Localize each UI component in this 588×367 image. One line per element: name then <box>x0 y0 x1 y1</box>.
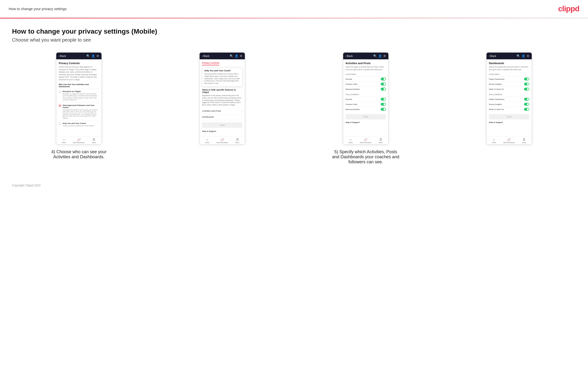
menu-icon-2: ☰ <box>236 138 239 141</box>
who-can-see-title: Who Can See Your Activities and Dashboar… <box>59 83 99 88</box>
privacy-controls-tab[interactable]: Privacy Controls <box>202 62 219 65</box>
person-icon-3[interactable]: 👤 <box>378 54 382 58</box>
privacy-controls-desc: Control how you and your data appears to… <box>59 66 99 81</box>
home-icon-2: ⌂ <box>206 138 208 141</box>
toggle-followers-rounds: Rounds <box>346 97 386 102</box>
performance-icon-3: 📈 <box>364 138 367 141</box>
dashboards-title: Dashboards <box>489 62 529 65</box>
followers-what-to-work-label: What To Work On <box>489 108 504 110</box>
radio-everyone[interactable]: Everyone on Clippd Everyone on Clippd ca… <box>59 89 99 103</box>
settings-icon-4[interactable]: ⚙ <box>527 54 529 58</box>
search-icon[interactable]: 🔍 <box>86 54 90 58</box>
followers-drills-toggle[interactable] <box>381 103 386 106</box>
activities-nav-row[interactable]: Activities and Posts › <box>202 108 242 114</box>
phone-body-3: Activities and Posts Select the types of… <box>343 59 388 136</box>
person-icon-4[interactable]: 👤 <box>522 54 525 58</box>
screenshots-row: ‹ Back 🔍 👤 ⚙ Privacy Controls Control ho… <box>12 52 576 165</box>
activities-nav-arrow: › <box>242 109 243 112</box>
home-icon: ⌂ <box>63 138 65 141</box>
toggle-followers-manual: Manual Activities <box>346 107 386 112</box>
show-hide-desc: Regardless of the privacy controls that … <box>202 94 242 106</box>
followers-player-dash-toggle[interactable] <box>524 98 529 101</box>
coaches-player-dash-toggle[interactable] <box>524 78 529 80</box>
screenshot-group-3: ‹ Back 🔍 👤 ⚙ Activities and Posts Select… <box>299 52 433 165</box>
followers-rounds-toggle[interactable] <box>381 98 386 101</box>
performance-icon: 📈 <box>77 138 81 141</box>
nav-performance-3[interactable]: 📈 My Performance <box>358 138 373 143</box>
nav-home-2[interactable]: ⌂ Home <box>200 138 215 143</box>
phone-icons-1: 🔍 👤 ⚙ <box>86 54 99 58</box>
help-label-2: Help & Support <box>202 130 242 132</box>
phone-icons-3: 🔍 👤 ⚙ <box>373 54 386 58</box>
followers-what-to-work-toggle[interactable] <box>524 108 529 111</box>
followers-round-insights-toggle[interactable] <box>524 103 529 106</box>
coaches-rounds-toggle[interactable] <box>381 78 386 80</box>
radio-followers-coach[interactable]: Only Approved Followers and Your Coach O… <box>59 103 99 121</box>
save-button-2[interactable]: Save <box>202 123 242 128</box>
phone-body-2: Privacy Controls Only You and Your Coach… <box>200 59 245 136</box>
nav-home-3[interactable]: ⌂ Home <box>343 138 358 143</box>
nav-performance-4[interactable]: 📈 My Performance <box>502 138 517 143</box>
followers-title-3: FOLLOWERS <box>346 93 386 96</box>
dashboards-nav-arrow: › <box>242 116 243 118</box>
activities-title: Activities and Posts <box>346 62 386 65</box>
save-button-3[interactable]: Save <box>346 114 386 119</box>
toggle-coaches-what-to-work: What To Work On <box>489 86 529 92</box>
phone-back-2[interactable]: ‹ Back <box>202 55 209 57</box>
search-icon-2[interactable]: 🔍 <box>230 54 233 58</box>
caption-1: 4) Choose who can see your Activities an… <box>45 149 112 159</box>
nav-menu-3[interactable]: ☰ Menu <box>373 138 388 143</box>
logo: clippd <box>558 4 579 13</box>
phone-topbar-1: ‹ Back 🔍 👤 ⚙ <box>56 53 102 59</box>
save-button-4[interactable]: Save <box>489 114 529 119</box>
nav-menu-4[interactable]: ☰ Menu <box>517 138 532 143</box>
phone-back-3[interactable]: ‹ Back <box>346 55 353 57</box>
help-label-3: Help & Support <box>346 121 386 124</box>
settings-icon-3[interactable]: ⚙ <box>383 54 386 58</box>
nav-menu-2[interactable]: ☰ Menu <box>230 138 245 143</box>
tooltip-desc: Only you and the coaches you connect wit… <box>204 73 240 84</box>
screenshot-group-4: ‹ Back 🔍 👤 ⚙ Dashboards Select the dashb… <box>442 52 576 145</box>
coaches-drills-label: Practice Drills <box>346 83 357 85</box>
copyright: Copyright Clippd 2022 <box>0 179 588 192</box>
phone-topbar-2: ‹ Back 🔍 👤 ⚙ <box>200 53 245 59</box>
radio-circle-followers <box>59 104 61 107</box>
nav-menu-1[interactable]: ☰ Menu <box>86 138 102 143</box>
settings-icon-2[interactable]: ⚙ <box>240 54 242 58</box>
coaches-what-to-work-toggle[interactable] <box>524 88 529 91</box>
person-icon-2[interactable]: 👤 <box>235 54 238 58</box>
activities-desc: Select the types of activity that you'd … <box>346 66 386 71</box>
coaches-drills-toggle[interactable] <box>381 83 386 85</box>
radio-text-coach: Only You and Your Coach Only you and the… <box>62 122 94 127</box>
tooltip-box: Only You and Your Coach Only you and the… <box>202 67 242 87</box>
nav-home-4[interactable]: ⌂ Home <box>486 138 502 143</box>
search-icon-4[interactable]: 🔍 <box>517 54 520 58</box>
search-icon-3[interactable]: 🔍 <box>373 54 377 58</box>
followers-round-insights-label: Round Insights <box>489 103 502 105</box>
toggle-followers-round-insights: Round Insights <box>489 102 529 107</box>
menu-icon-4: ☰ <box>523 138 526 141</box>
radio-circle-everyone <box>59 91 61 93</box>
nav-home-1[interactable]: ⌂ Home <box>56 138 71 143</box>
nav-performance-1[interactable]: 📈 My Performance <box>71 138 86 143</box>
toggle-followers-what-to-work: What To Work On <box>489 107 529 112</box>
nav-performance-2[interactable]: 📈 My Performance <box>215 138 230 143</box>
privacy-controls-title: Privacy Controls <box>59 62 99 65</box>
coaches-manual-label: Manual Activities <box>346 88 360 90</box>
phone-topbar-3: ‹ Back 🔍 👤 ⚙ <box>343 53 388 59</box>
page-content: How to change your privacy settings (Mob… <box>0 18 588 179</box>
person-icon[interactable]: 👤 <box>91 54 95 58</box>
coaches-round-insights-toggle[interactable] <box>524 83 529 85</box>
coaches-manual-toggle[interactable] <box>381 88 386 91</box>
dashboards-nav-row[interactable]: Dashboards › <box>202 114 242 120</box>
phone-back-4[interactable]: ‹ Back <box>489 55 496 57</box>
phone-topbar-4: ‹ Back 🔍 👤 ⚙ <box>486 53 532 59</box>
coaches-title-3: COACHES <box>346 73 386 75</box>
settings-icon[interactable]: ⚙ <box>96 54 99 58</box>
phone-back-1[interactable]: ‹ Back <box>59 55 66 57</box>
performance-icon-2: 📈 <box>221 138 224 141</box>
radio-only-coach[interactable]: Only You and Your Coach Only you and the… <box>59 121 99 128</box>
followers-manual-toggle[interactable] <box>381 108 386 111</box>
tooltip-title: Only You and Your Coach <box>204 69 240 72</box>
phone-body-1: Privacy Controls Control how you and you… <box>56 59 102 136</box>
